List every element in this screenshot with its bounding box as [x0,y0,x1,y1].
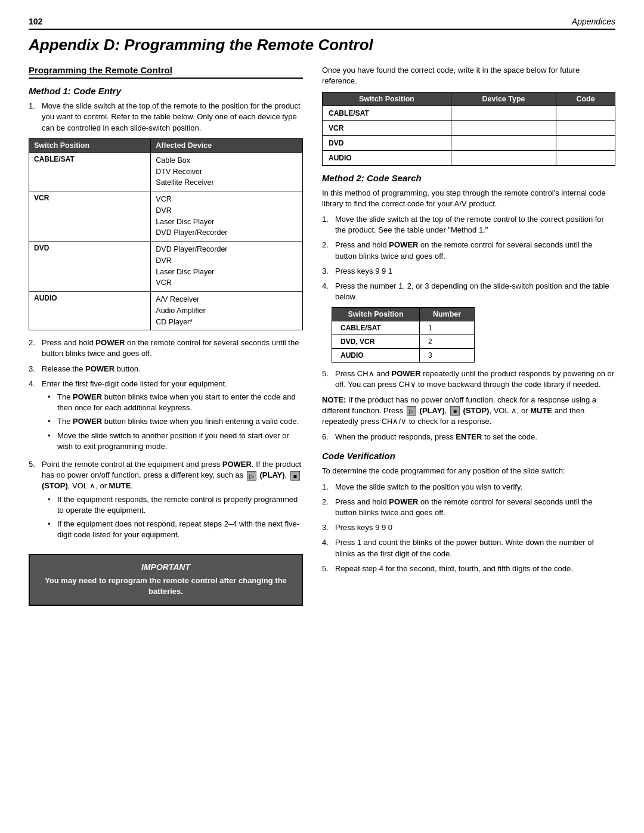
switch-pos-vcr: VCR [29,191,151,241]
table-row: VCR VCR DVR Laser Disc Player DVD Player… [29,191,303,241]
stop-icon-note: ■ [450,406,460,416]
method2-heading: Method 2: Code Search [322,173,615,183]
bullet-item: •Move the slide switch to another positi… [48,431,303,452]
step2-text: Press and hold POWER on the remote contr… [42,337,303,359]
step6-intro: Once you have found the correct code, wr… [322,65,615,86]
table-row: CABLE/SAT 1 [332,321,475,335]
play-icon: ▷ [247,471,256,481]
col-switch-pos: Switch Position [332,308,420,321]
code-reference-table: Switch Position Device Type Code CABLE/S… [322,92,615,166]
m2-step-3: 3. Press keys 9 9 1 [322,266,615,277]
step1-text: Move the slide switch at the top of the … [42,101,303,134]
m2-step-2: 2. Press and hold POWER on the remote co… [322,240,615,261]
step-2: 2. Press and hold POWER on the remote co… [29,337,303,359]
bullet-item: •The POWER button blinks twice when you … [48,416,303,427]
col-code: Code [556,92,615,106]
step4-text: Enter the first five-digit code listed f… [42,379,303,455]
table-row: AUDIO 3 [332,349,475,363]
devices-dvd: DVD Player/Recorder DVR Laser Disc Playe… [151,241,303,292]
col-device-type: Device Type [451,92,556,106]
table-row: CABLE/SAT Cable Box DTV Receiver Satelli… [29,152,303,191]
col-number: Number [420,308,475,321]
note-label: NOTE: [322,395,346,404]
m2-step4-text: Press the number 1, 2, or 3 depending on… [335,281,615,302]
cv-step2-text: Press and hold POWER on the remote contr… [335,497,615,518]
devices-vcr: VCR DVR Laser Disc Player DVD Player/Rec… [151,191,303,241]
cv-step-5: 5. Repeat step 4 for the second, third, … [322,563,615,574]
devices-audio: A/V Receiver Audio Amplifier CD Player* [151,292,303,330]
cv-step-2: 2. Press and hold POWER on the remote co… [322,497,615,518]
code-verification-intro: To determine the code programmed for any… [322,466,615,476]
table-row: DVD, VCR 2 [332,335,475,349]
method1-heading: Method 1: Code Entry [29,86,303,96]
step5-text: Point the remote control at the equipmen… [42,459,303,543]
m2-step5-text: Press CH∧ and POWER repeatedly until the… [335,368,615,390]
cv-step1-text: Move the slide switch to the position yo… [335,482,615,493]
switch-pos-dvd: DVD [29,241,151,292]
bullet-item: •The POWER button blinks twice when you … [48,392,303,413]
step-1: 1. Move the slide switch at the top of t… [29,101,303,134]
m2-step-6: 6. When the product responds, press ENTE… [322,432,615,442]
cv-step5-text: Repeat step 4 for the second, third, fou… [335,563,615,574]
table-row: VCR [323,120,615,135]
important-title: IMPORTANT [41,562,291,572]
m2-step6-text: When the product responds, press ENTER t… [335,432,615,442]
page: 102 Appendices Appendix D: Programming t… [0,0,644,833]
bullet-item: •If the equipment does not respond, repe… [48,519,303,540]
method2-steps: 1. Move the slide switch at the top of t… [322,214,615,302]
bullet-item: •If the equipment responds, the remote c… [48,494,303,516]
step-3: 3. Release the POWER button. [29,364,303,374]
play-icon-note: ▷ [407,406,416,416]
stop-icon: ■ [290,471,300,481]
table-row: DVD [323,135,615,150]
m2-step3-text: Press keys 9 9 1 [335,266,615,277]
m2-step-5: 5. Press CH∧ and POWER repeatedly until … [322,368,615,390]
step-4: 4. Enter the first five-digit code liste… [29,379,303,455]
cv-step-3: 3. Press keys 9 9 0 [322,522,615,533]
method2-step6-list: 6. When the product responds, press ENTE… [322,432,615,442]
switch-position-table: Switch Position Affected Device CABLE/SA… [29,138,303,331]
m2-step1-text: Move the slide switch at the top of the … [335,214,615,236]
step3-text: Release the POWER button. [42,364,303,374]
m2-step-4: 4. Press the number 1, 2, or 3 depending… [322,281,615,302]
cv-step-1: 1. Move the slide switch to the position… [322,482,615,493]
left-column: Programming the Remote Control Method 1:… [29,65,303,605]
section-heading: Programming the Remote Control [29,65,303,79]
table-row: AUDIO A/V Receiver Audio Amplifier CD Pl… [29,292,303,330]
table-row: AUDIO [323,150,615,165]
method1-steps: 1. Move the slide switch at the top of t… [29,101,303,134]
method2-intro: In this method of programming, you step … [322,188,615,209]
cv-step3-text: Press keys 9 9 0 [335,522,615,533]
table-row: DVD DVD Player/Recorder DVR Laser Disc P… [29,241,303,292]
two-column-layout: Programming the Remote Control Method 1:… [29,65,615,605]
method2-steps-cont: 5. Press CH∧ and POWER repeatedly until … [322,368,615,390]
note-block: NOTE: If the product has no power on/off… [322,395,615,428]
cv-step4-text: Press 1 and count the blinks of the powe… [335,537,615,559]
page-number: 102 [29,17,42,26]
switch-pos-audio: AUDIO [29,292,151,330]
code-verification-heading: Code Verification [322,451,615,461]
switch-pos-cable: CABLE/SAT [29,152,151,191]
devices-cable: Cable Box DTV Receiver Satellite Receive… [151,152,303,191]
col-switch-position: Switch Position [323,92,451,106]
important-text: You may need to reprogram the remote con… [41,575,291,597]
table-header-device: Affected Device [151,138,303,152]
table-row: CABLE/SAT [323,106,615,120]
important-box: IMPORTANT You may need to reprogram the … [29,554,303,605]
page-section-label: Appendices [572,17,615,26]
page-header: 102 Appendices [29,17,615,30]
right-column: Once you have found the correct code, wr… [322,65,615,578]
step-5: 5. Point the remote control at the equip… [29,459,303,543]
cv-step-4: 4. Press 1 and count the blinks of the p… [322,537,615,559]
m2-step2-text: Press and hold POWER on the remote contr… [335,240,615,261]
code-verification-steps: 1. Move the slide switch to the position… [322,482,615,574]
m2-step-1: 1. Move the slide switch at the top of t… [322,214,615,236]
appendix-title: Appendix D: Programming the Remote Contr… [29,36,615,54]
note-text: If the product has no power on/off funct… [322,395,596,426]
method1-steps-2: 2. Press and hold POWER on the remote co… [29,337,303,543]
number-table: Switch Position Number CABLE/SAT 1 DVD, … [332,307,475,363]
table-header-switch: Switch Position [29,138,151,152]
